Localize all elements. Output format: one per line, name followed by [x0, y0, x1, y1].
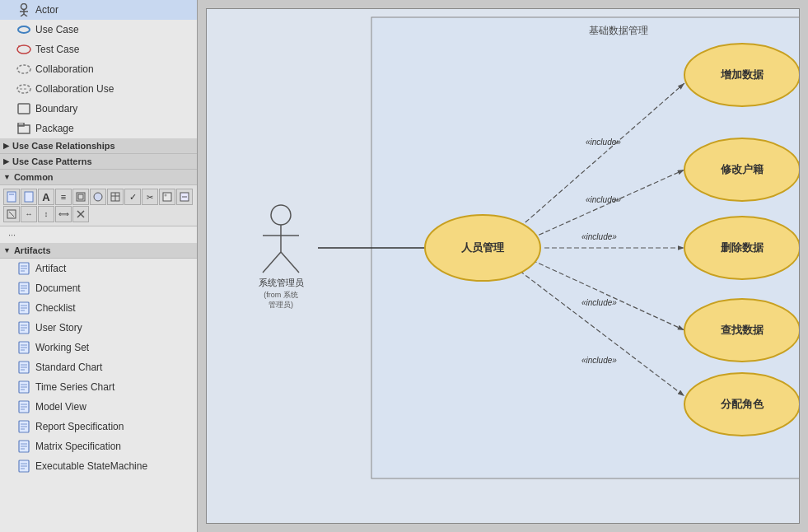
svg-text:基础数据管理: 基础数据管理 — [589, 25, 648, 36]
toolbar-btn-table[interactable] — [107, 189, 124, 205]
toolbar-btn-check[interactable]: ✓ — [124, 189, 141, 205]
arrow-common: ▼ — [3, 173, 11, 181]
svg-point-7 — [17, 65, 30, 73]
section-use-case-patterns[interactable]: ▶ Use Case Patterns — [0, 154, 197, 170]
sidebar-item-standard-chart-label: Standard Chart — [35, 359, 102, 376]
section-artifacts-label: Artifacts — [14, 245, 51, 255]
sidebar-item-working-set[interactable]: Working Set — [0, 338, 197, 357]
arrow-artifacts: ▼ — [3, 246, 11, 254]
collaboration-icon — [16, 63, 31, 76]
sidebar-item-testcase-label: Test Case — [35, 41, 79, 58]
svg-rect-22 — [163, 193, 171, 201]
toolbar-btn-14[interactable]: ⟺ — [55, 206, 72, 222]
svg-text:(from 系统: (from 系统 — [264, 291, 298, 299]
sidebar-item-model-view[interactable]: Model View — [0, 397, 197, 417]
sidebar-item-user-story[interactable]: User Story — [0, 318, 197, 338]
section-use-case-patterns-label: Use Case Patterns — [12, 156, 92, 166]
svg-point-18 — [94, 193, 102, 201]
document-icon — [16, 282, 31, 295]
svg-text:«include»: «include» — [581, 232, 617, 241]
sidebar: Actor Use Case Test Case Collabo — [0, 0, 198, 532]
common-toolbar: A ≡ ✓ ✂ ↔ ↕ ⟺ — [0, 185, 197, 226]
sidebar-item-standard-chart[interactable]: Standard Chart — [0, 357, 197, 377]
toolbar-btn-text[interactable]: A — [38, 189, 54, 205]
usecase-icon — [16, 23, 31, 36]
toolbar-btn-13[interactable]: ↕ — [38, 206, 54, 222]
toolbar-btn-10[interactable] — [176, 189, 193, 205]
sidebar-item-actor-label: Actor — [35, 2, 58, 18]
svg-text:管理员): 管理员) — [269, 301, 293, 309]
toolbar-btn-scissors[interactable]: ✂ — [142, 189, 158, 205]
artifacts-items: Artifact Document Checklis — [0, 259, 197, 476]
sidebar-item-user-story-label: User Story — [35, 320, 82, 336]
toolbar-btn-circle[interactable] — [90, 189, 106, 205]
toolbar-btn-list[interactable]: ≡ — [55, 189, 72, 205]
svg-line-93 — [281, 252, 299, 273]
svg-text:增加数据: 增加数据 — [720, 68, 764, 81]
svg-point-23 — [165, 194, 167, 197]
section-use-case-relationships[interactable]: ▶ Use Case Relationships — [0, 138, 197, 154]
matrix-spec-icon — [16, 440, 31, 453]
section-common[interactable]: ▼ Common — [0, 170, 197, 185]
sidebar-item-usecase[interactable]: Use Case — [0, 20, 197, 40]
testcase-icon — [16, 43, 31, 56]
package-icon — [16, 122, 31, 135]
svg-line-3 — [21, 14, 24, 16]
sidebar-item-time-series-chart[interactable]: Time Series Chart — [0, 377, 197, 397]
sidebar-item-exec-state-label: Executable StateMachine — [35, 458, 147, 474]
sidebar-top-items: Actor Use Case Test Case Collabo — [0, 0, 197, 138]
sidebar-item-package[interactable]: Package — [0, 119, 197, 138]
toolbar-btn-doc[interactable] — [3, 189, 20, 205]
artifact-icon — [16, 262, 31, 275]
main-canvas: 基础数据管理 «include» «include» «include» «in… — [198, 0, 808, 532]
toolbar-btn-15[interactable] — [72, 206, 89, 222]
toolbar-btn-11[interactable] — [3, 206, 20, 222]
sidebar-item-matrix-spec[interactable]: Matrix Specification — [0, 436, 197, 456]
sidebar-item-collaboration-use-label: Collaboration Use — [35, 81, 114, 97]
arrow-use-case-patterns: ▶ — [3, 157, 9, 166]
exec-state-icon — [16, 460, 31, 473]
svg-point-89 — [271, 205, 291, 225]
svg-rect-10 — [18, 104, 30, 114]
diagram-svg: 基础数据管理 «include» «include» «include» «in… — [207, 9, 799, 523]
svg-point-97 — [425, 215, 540, 281]
checklist-icon — [16, 301, 31, 315]
boundary-icon — [16, 102, 31, 115]
sidebar-item-exec-state[interactable]: Executable StateMachine — [0, 456, 197, 476]
sidebar-item-collaboration[interactable]: Collaboration — [0, 59, 197, 79]
sidebar-item-checklist[interactable]: Checklist — [0, 298, 197, 318]
toolbar-btn-2[interactable] — [21, 189, 37, 205]
section-common-label: Common — [14, 172, 54, 182]
sidebar-item-matrix-spec-label: Matrix Specification — [35, 438, 121, 455]
actor-icon — [16, 3, 31, 16]
sidebar-item-model-view-label: Model View — [35, 399, 86, 415]
sidebar-item-artifact[interactable]: Artifact — [0, 259, 197, 278]
svg-text:«include»: «include» — [586, 138, 621, 147]
svg-rect-15 — [25, 192, 33, 202]
sidebar-item-artifact-label: Artifact — [35, 260, 66, 277]
svg-line-92 — [263, 252, 281, 273]
svg-text:分配角色: 分配角色 — [720, 398, 764, 410]
sidebar-item-document-label: Document — [35, 280, 81, 296]
svg-text:«include»: «include» — [581, 356, 617, 365]
user-story-icon — [16, 321, 31, 334]
svg-point-101 — [684, 138, 799, 201]
sidebar-item-testcase[interactable]: Test Case — [0, 40, 197, 59]
report-spec-icon — [16, 420, 31, 433]
sidebar-item-collaboration-use[interactable]: Collaboration Use — [0, 79, 197, 99]
arrow-use-case-relationships: ▶ — [3, 142, 9, 150]
section-artifacts[interactable]: ▼ Artifacts — [0, 243, 197, 259]
toolbar-btn-12[interactable]: ↔ — [21, 206, 37, 222]
sidebar-item-usecase-label: Use Case — [35, 21, 79, 38]
svg-text:删除数据: 删除数据 — [720, 241, 764, 254]
sidebar-item-actor[interactable]: Actor — [0, 0, 197, 20]
toolbar-btn-grid[interactable] — [72, 189, 89, 205]
svg-line-85 — [520, 271, 684, 396]
svg-text:修改户籍: 修改户籍 — [720, 163, 764, 175]
svg-point-105 — [684, 299, 799, 362]
sidebar-item-document[interactable]: Document — [0, 278, 197, 298]
sidebar-item-report-spec[interactable]: Report Specification — [0, 417, 197, 436]
toolbar-btn-img[interactable] — [159, 189, 175, 205]
sidebar-item-boundary[interactable]: Boundary — [0, 99, 197, 119]
svg-line-4 — [24, 14, 27, 16]
